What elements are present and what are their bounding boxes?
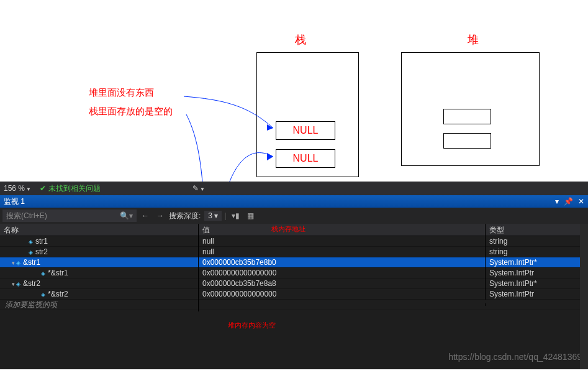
row-name: &str2: [23, 279, 40, 288]
col-name[interactable]: 名称: [0, 224, 199, 236]
watch-row[interactable]: ▾◈&str20x000000cb35b7e8a8System.IntPtr*: [0, 279, 588, 289]
depth-label: 搜索深度:: [169, 211, 201, 221]
row-type: System.IntPtr*: [486, 257, 588, 268]
row-name: *&str1: [48, 269, 68, 277]
dropdown-icon[interactable]: ▾: [555, 197, 559, 206]
row-type: string: [486, 236, 588, 247]
watch-row[interactable]: ▾◈&str10x000000cb35b7e8b0System.IntPtr*: [0, 257, 588, 268]
depth-value[interactable]: 3 ▾: [204, 211, 222, 221]
close-icon[interactable]: ✕: [578, 197, 584, 206]
add-watch-row[interactable]: 添加要监视的项: [0, 300, 588, 310]
ide-toolbar: 156 %▼ ✔未找到相关问题 ✎▼: [0, 182, 588, 195]
heap-slot-1: [443, 109, 491, 124]
panel-toolbar: 搜索(Ctrl+E) 🔍▾ ← → 搜索深度: 3 ▾ | ▾▮ ▦: [0, 208, 588, 224]
vertical-scrollbar[interactable]: [580, 224, 588, 369]
search-input[interactable]: 搜索(Ctrl+E) 🔍▾: [2, 210, 137, 222]
search-icon: 🔍▾: [120, 211, 133, 220]
heap-slot-2: [443, 133, 491, 149]
stack-slot-1: NULL: [276, 121, 335, 140]
row-type: System.IntPtr*: [486, 278, 588, 289]
chevron-down-icon: ▼: [26, 186, 31, 192]
nav-back-button[interactable]: ←: [139, 211, 152, 220]
row-value: 0x000000cb35b7e8b0: [199, 257, 486, 268]
check-icon: ✔: [40, 184, 46, 193]
row-name: str1: [35, 237, 48, 246]
watch-row[interactable]: ◈str1nullstring: [0, 236, 588, 247]
ide-panel: 156 %▼ ✔未找到相关问题 ✎▼ 监视 1 ▾ 📌 ✕ 搜索(Ctrl+E)…: [0, 182, 588, 369]
row-type: System.IntPtr: [486, 267, 588, 279]
status-ok[interactable]: ✔未找到相关问题: [40, 183, 101, 194]
watermark: https://blog.csdn.net/qq_42481369: [448, 352, 582, 362]
diagram-area: 栈 堆 堆里面没有东西 栈里面存放的是空的 NULL NULL: [0, 0, 588, 182]
stack-title: 栈: [295, 32, 306, 47]
row-value: null: [199, 246, 486, 257]
panel-title: 监视 1: [4, 196, 25, 207]
stack-slot-2: NULL: [276, 149, 335, 168]
row-value: 0x0000000000000000: [199, 267, 486, 279]
anno-heap-empty: 堆内存内容为空: [228, 321, 276, 330]
row-value: 0x0000000000000000: [199, 288, 486, 300]
panel-header[interactable]: 监视 1 ▾ 📌 ✕: [0, 195, 588, 208]
col-value[interactable]: 值: [199, 224, 486, 236]
zoom-level[interactable]: 156 %▼: [4, 184, 31, 193]
row-value: 0x000000cb35b7e8a8: [199, 278, 486, 289]
row-type: string: [486, 246, 588, 257]
col-type[interactable]: 类型: [486, 224, 588, 236]
grid-icon[interactable]: ▦: [245, 211, 256, 220]
watch-row[interactable]: ◈str2nullstring: [0, 247, 588, 257]
note-stack-null: 栈里面存放的是空的: [89, 106, 173, 117]
brush-icon[interactable]: ✎▼: [192, 184, 205, 193]
heap-title: 堆: [468, 32, 479, 47]
watch-row[interactable]: ◈*&str10x0000000000000000System.IntPtr: [0, 268, 588, 279]
note-heap-empty: 堆里面没有东西: [89, 87, 154, 99]
row-name: &str1: [23, 258, 40, 267]
row-type: System.IntPtr: [486, 288, 588, 300]
anno-stack-addr: 栈内存地址: [271, 224, 305, 234]
row-name: str2: [35, 247, 48, 256]
filter-icon[interactable]: ▾▮: [229, 211, 242, 220]
pin-icon[interactable]: 📌: [564, 197, 573, 206]
row-value: null: [199, 236, 486, 247]
watch-grid: 名称 值 类型 ◈str1nullstring ◈str2nullstring▾…: [0, 224, 588, 310]
row-name: *&str2: [48, 290, 68, 298]
nav-fwd-button[interactable]: →: [154, 211, 166, 220]
